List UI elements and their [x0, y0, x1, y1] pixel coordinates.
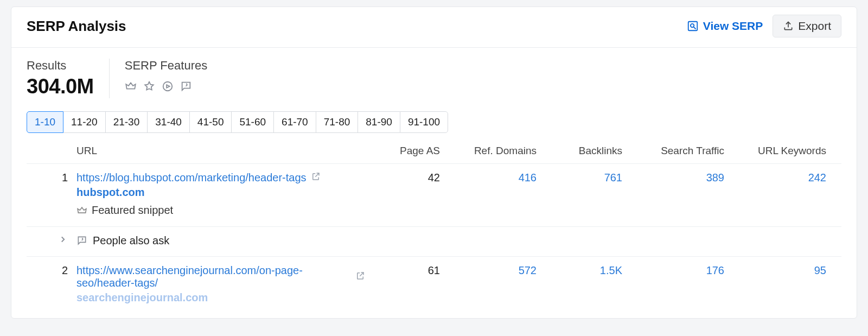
export-label: Export	[798, 20, 831, 33]
range-tab[interactable]: 41-50	[189, 111, 232, 133]
range-tab[interactable]: 11-20	[63, 111, 105, 133]
paa-label: People also ask	[93, 234, 169, 247]
crown-icon	[76, 205, 87, 216]
results-stat: Results 304.0M	[27, 59, 94, 98]
url-keywords-cell[interactable]: 95	[729, 264, 826, 277]
page-as-cell: 42	[369, 172, 440, 184]
video-icon	[162, 80, 174, 92]
svg-rect-0	[688, 22, 698, 31]
range-tab[interactable]: 21-30	[105, 111, 148, 133]
ref-domains-cell[interactable]: 416	[444, 172, 537, 184]
view-serp-label: View SERP	[703, 20, 763, 33]
table-header: URL Page AS Ref. Domains Backlinks Searc…	[27, 145, 841, 163]
panel-title: SERP Analysis	[27, 18, 126, 35]
serp-features-label: SERP Features	[125, 59, 207, 73]
range-tab[interactable]: 51-60	[231, 111, 273, 133]
panel-header: SERP Analysis View SERP	[11, 7, 857, 48]
serp-feature-badge: Featured snippet	[76, 204, 173, 217]
table-row: 1https://blog.hubspot.com/marketing/head…	[27, 163, 841, 226]
serp-table: URL Page AS Ref. Domains Backlinks Searc…	[27, 145, 841, 312]
range-tab[interactable]: 1-10	[27, 111, 63, 133]
rank-cell	[42, 234, 72, 247]
range-tab[interactable]: 71-80	[316, 111, 358, 133]
svg-point-1	[691, 24, 694, 27]
col-url: URL	[76, 145, 365, 157]
result-domain-link[interactable]: searchenginejournal.com	[76, 291, 365, 304]
table-row: 2https://www.searchenginejournal.com/on-…	[27, 256, 841, 312]
serp-feature-icons	[125, 80, 207, 92]
page-as-cell: 61	[369, 264, 440, 277]
magnifier-page-icon	[687, 20, 699, 32]
url-cell: https://blog.hubspot.com/marketing/heade…	[76, 172, 365, 219]
col-ref-domains: Ref. Domains	[444, 145, 537, 157]
rank-cell: 1	[42, 172, 72, 184]
ref-domains-cell[interactable]: 572	[444, 264, 537, 277]
divider	[109, 59, 110, 98]
range-tabs: 1-1011-2021-3031-4041-5051-6061-7071-808…	[27, 111, 841, 133]
serp-analysis-panel: SERP Analysis View SERP	[11, 7, 857, 319]
star-icon	[143, 80, 155, 92]
col-url-keywords: URL Keywords	[729, 145, 826, 157]
search-traffic-cell[interactable]: 176	[627, 264, 724, 277]
header-actions: View SERP Export	[687, 15, 841, 37]
result-url-link[interactable]: https://www.searchenginejournal.com/on-p…	[76, 264, 365, 289]
chevron-right-icon[interactable]	[58, 234, 68, 247]
people-also-ask-icon	[76, 235, 87, 246]
range-tab[interactable]: 31-40	[147, 111, 189, 133]
result-url-link[interactable]: https://blog.hubspot.com/marketing/heade…	[76, 172, 321, 184]
col-backlinks: Backlinks	[541, 145, 622, 157]
svg-point-2	[163, 82, 173, 91]
col-page-as: Page AS	[369, 145, 440, 157]
paa-row: People also ask	[27, 226, 841, 257]
external-link-icon	[311, 172, 321, 184]
range-tab[interactable]: 61-70	[273, 111, 316, 133]
search-traffic-cell[interactable]: 389	[627, 172, 724, 184]
stats-row: Results 304.0M SERP Features	[27, 59, 841, 98]
backlinks-cell[interactable]: 761	[541, 172, 622, 184]
view-serp-button[interactable]: View SERP	[687, 20, 763, 33]
external-link-icon	[355, 271, 365, 283]
feature-label: Featured snippet	[92, 204, 173, 217]
panel-body: Results 304.0M SERP Features	[11, 48, 857, 318]
export-button[interactable]: Export	[773, 15, 841, 37]
url-cell: https://www.searchenginejournal.com/on-p…	[76, 264, 365, 304]
crown-icon	[125, 80, 137, 92]
url-text: https://blog.hubspot.com/marketing/heade…	[76, 172, 307, 184]
result-domain-link[interactable]: hubspot.com	[76, 186, 365, 199]
url-text: https://www.searchenginejournal.com/on-p…	[76, 264, 351, 289]
serp-features-stat: SERP Features	[125, 59, 207, 98]
range-tab[interactable]: 91-100	[400, 111, 448, 133]
range-tab[interactable]: 81-90	[358, 111, 400, 133]
results-label: Results	[27, 59, 94, 73]
people-also-ask-toggle[interactable]: People also ask	[76, 234, 169, 247]
people-also-ask-icon	[180, 80, 192, 92]
col-search-traffic: Search Traffic	[627, 145, 724, 157]
table-body: 1https://blog.hubspot.com/marketing/head…	[27, 163, 841, 312]
url-cell: People also ask	[76, 234, 365, 249]
results-value: 304.0M	[27, 75, 94, 98]
upload-icon	[783, 21, 794, 31]
backlinks-cell[interactable]: 1.5K	[541, 264, 622, 277]
url-keywords-cell[interactable]: 242	[729, 172, 826, 184]
rank-cell: 2	[42, 264, 72, 277]
